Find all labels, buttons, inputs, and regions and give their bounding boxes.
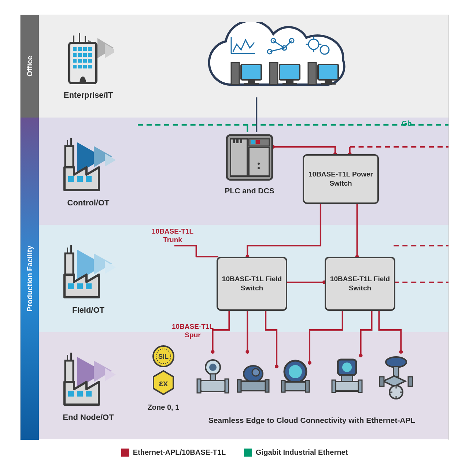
- svg-rect-21: [83, 65, 87, 68]
- svg-rect-10: [88, 47, 92, 51]
- left-sidebar: Office Production Facility: [21, 15, 39, 440]
- row-office: Enterprise/IT: [39, 15, 448, 118]
- icon-field: Field/OT: [39, 225, 138, 332]
- building-icon: [63, 33, 114, 88]
- row-field: Field/OT: [39, 225, 448, 332]
- content-end: [138, 332, 448, 439]
- icon-end: End Node/OT: [39, 332, 138, 439]
- legend: Ethernet-APL/10BASE-T1L Gigabit Industri…: [20, 448, 449, 457]
- svg-rect-29: [68, 176, 74, 182]
- content-office: [138, 15, 448, 118]
- label-control: Control/OT: [67, 198, 110, 208]
- legend-apl-label: Ethernet-APL/10BASE-T1L: [133, 448, 226, 457]
- label-end: End Node/OT: [63, 413, 114, 422]
- svg-rect-11: [73, 53, 77, 57]
- row-end: End Node/OT: [39, 332, 448, 439]
- svg-rect-47: [68, 391, 74, 397]
- svg-rect-12: [78, 53, 82, 57]
- svg-rect-20: [78, 65, 82, 68]
- diagram-frame: Office Production Facility Enterp: [20, 15, 449, 440]
- svg-rect-19: [73, 65, 77, 68]
- content-control: [138, 118, 448, 225]
- svg-rect-44: [65, 361, 73, 383]
- svg-rect-15: [73, 59, 77, 63]
- svg-rect-22: [88, 65, 92, 68]
- svg-rect-38: [68, 283, 74, 289]
- svg-rect-30: [77, 176, 83, 182]
- svg-rect-9: [83, 47, 87, 51]
- svg-rect-49: [86, 391, 92, 397]
- factory-icon-lightblue: [57, 242, 119, 302]
- factory-icon-blue: [57, 135, 119, 195]
- svg-rect-48: [77, 391, 83, 397]
- apl-architecture-diagram: Office Production Facility Enterp: [20, 15, 449, 457]
- icon-control: Control/OT: [39, 118, 138, 225]
- swatch-red: [121, 449, 129, 457]
- label-field: Field/OT: [72, 305, 104, 315]
- legend-gbe-label: Gigabit Industrial Ethernet: [256, 448, 348, 457]
- row-control: Control/OT: [39, 118, 448, 225]
- icon-enterprise: Enterprise/IT: [39, 15, 138, 118]
- swatch-green: [244, 449, 252, 457]
- svg-rect-8: [78, 47, 82, 51]
- legend-gbe: Gigabit Industrial Ethernet: [244, 448, 348, 457]
- svg-rect-16: [78, 59, 82, 63]
- svg-rect-35: [65, 253, 73, 275]
- label-enterprise: Enterprise/IT: [64, 90, 113, 100]
- sidebar-office: Office: [21, 15, 39, 118]
- svg-rect-17: [83, 59, 87, 63]
- legend-apl: Ethernet-APL/10BASE-T1L: [121, 448, 226, 457]
- svg-rect-14: [88, 53, 92, 57]
- content-field: [138, 225, 448, 332]
- svg-rect-31: [86, 176, 92, 182]
- svg-rect-26: [65, 146, 73, 168]
- sidebar-production: Production Facility: [21, 118, 39, 440]
- svg-rect-40: [86, 283, 92, 289]
- factory-icon-purple: [57, 350, 119, 410]
- svg-rect-18: [88, 59, 92, 63]
- svg-rect-7: [73, 47, 77, 51]
- svg-rect-13: [83, 53, 87, 57]
- grid: Enterprise/IT Control/OT: [39, 15, 448, 440]
- svg-rect-39: [77, 283, 83, 289]
